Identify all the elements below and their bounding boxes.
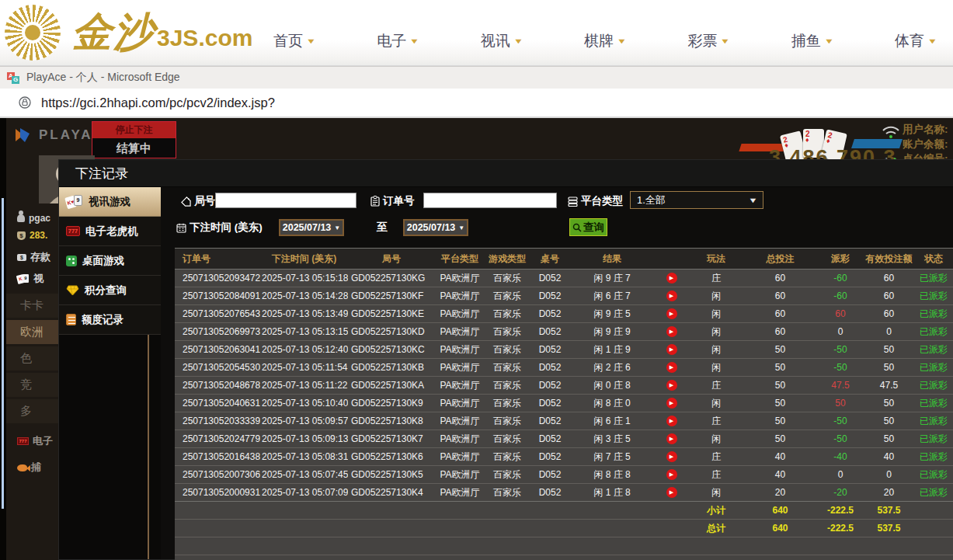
browser-titlebar: AG PlayAce - 个人 - Microsoft Edge — [0, 66, 953, 89]
cell-status: 已派彩 — [914, 323, 953, 341]
cell-replay: ▶ — [654, 448, 689, 466]
stop-betting-label: 停止下注 — [92, 122, 176, 138]
cell-valid: 50 — [864, 412, 914, 430]
nav-item-fishing[interactable]: 捕鱼▼ — [791, 31, 833, 51]
nav-item-sports[interactable]: 体育▼ — [895, 31, 936, 51]
cell-bet: 50 — [743, 341, 817, 359]
cell-result: 闲 2 庄 6 — [570, 359, 654, 377]
cell-round: GD052257130KG — [348, 270, 435, 287]
cell-valid: 20 — [864, 484, 914, 502]
cell-table-no: D052 — [530, 359, 570, 377]
replay-icon[interactable]: ▶ — [666, 362, 677, 373]
deposit-icon: $ — [17, 254, 26, 261]
cell-platform: PA欧洲厅 — [435, 430, 485, 448]
date-from-picker[interactable]: 2025/07/13 ▼ — [279, 219, 344, 236]
site-logo[interactable]: 金沙 3JS.com — [5, 5, 252, 61]
cell-round: GD052257130KD — [348, 323, 435, 341]
cell-time: 2025-07-13 05:13:49 — [260, 305, 348, 323]
total-payout: -222.5 — [817, 520, 864, 537]
cell-table-no: D052 — [530, 412, 570, 430]
cell-platform: PA欧洲厅 — [435, 287, 485, 305]
sidebar-item-table-games[interactable]: 桌面游戏 — [59, 246, 161, 276]
cell-valid: 60 — [864, 305, 914, 323]
platform-type-select[interactable]: 1.全部 ▼ — [630, 191, 763, 209]
cell-bet: 50 — [743, 359, 817, 377]
col-round: 局号 — [348, 249, 435, 270]
cell-table-no: D052 — [530, 484, 570, 502]
table-row: 2507130520333392025-07-13 05:09:57GD0522… — [175, 412, 953, 430]
sidebar-item-live-games[interactable]: K♥9 视讯游戏 — [59, 187, 161, 217]
cell-result: 闲 7 庄 5 — [570, 448, 654, 466]
col-platform: 平台类型 — [435, 249, 485, 270]
cell-time: 2025-07-13 05:07:45 — [260, 466, 348, 484]
nav-item-slots[interactable]: 电子▼ — [377, 31, 418, 51]
cell-status: 已派彩 — [914, 466, 953, 484]
browser-urlbar[interactable]: https://gci.2hhapi.com/pc/pcv2/index.jsp… — [0, 89, 953, 118]
table-row: 2507130520545302025-07-13 05:11:54GD0522… — [175, 359, 953, 377]
replay-icon[interactable]: ▶ — [666, 398, 677, 409]
sidebar-item-points[interactable]: 积分查询 — [59, 276, 161, 305]
sidebar-item-credit-records[interactable]: 额度记录 — [59, 305, 161, 335]
cell-replay: ▶ — [654, 484, 689, 502]
cell-valid: 50 — [864, 430, 914, 448]
subtotal-row: 小计 640 -222.5 537.5 — [175, 502, 953, 520]
nav-item-live[interactable]: 视讯▼ — [481, 31, 522, 51]
cell-table-no: D052 — [530, 305, 570, 323]
cell-bet: 50 — [743, 430, 817, 448]
col-table: 桌号 — [530, 249, 570, 270]
cell-valid: 47.5 — [864, 377, 914, 395]
cell-play: 闲 — [689, 430, 743, 448]
window-edge — [0, 118, 6, 560]
replay-icon[interactable]: ▶ — [666, 308, 677, 319]
table-row: 2507130520486782025-07-13 05:11:22GD0522… — [175, 377, 953, 395]
cell-result: 闲 1 庄 9 — [570, 341, 654, 359]
nav-item-cards[interactable]: 棋牌▼ — [584, 31, 625, 51]
cell-bet: 50 — [743, 412, 817, 430]
cell-table-no: D052 — [530, 287, 570, 305]
search-button[interactable]: 查询 — [569, 218, 607, 236]
cell-round: GD052257130K5 — [348, 466, 435, 484]
nav-item-lottery[interactable]: 彩票▼ — [687, 31, 729, 51]
replay-icon[interactable]: ▶ — [666, 326, 677, 337]
cell-game: 百家乐 — [485, 395, 530, 412]
cell-play: 闲 — [689, 484, 743, 502]
replay-icon[interactable]: ▶ — [666, 290, 677, 301]
cell-result: 闲 9 庄 9 — [570, 323, 654, 341]
cell-order: 250713052069973 — [175, 323, 260, 341]
url-text[interactable]: https://gci.2hhapi.com/pc/pcv2/index.jsp… — [41, 96, 275, 110]
table-row: 2507130520247792025-07-13 05:09:13GD0522… — [175, 430, 953, 448]
cell-play: 闲 — [689, 305, 743, 323]
col-result: 结果 — [570, 249, 654, 270]
order-number-input[interactable] — [423, 193, 557, 208]
round-number-input[interactable] — [215, 193, 357, 208]
table-row: 2507130520765432025-07-13 05:13:49GD0522… — [175, 305, 953, 323]
replay-icon[interactable]: ▶ — [666, 416, 677, 426]
replay-icon[interactable]: ▶ — [666, 344, 677, 355]
replay-icon[interactable]: ▶ — [666, 380, 677, 391]
cell-replay: ▶ — [654, 287, 689, 305]
replay-icon[interactable]: ▶ — [666, 433, 677, 444]
cell-play: 闲 — [689, 287, 743, 305]
cell-order: 250713052048678 — [175, 377, 260, 395]
replay-icon[interactable]: ▶ — [666, 273, 677, 283]
replay-icon[interactable]: ▶ — [666, 487, 677, 498]
bet-time-label: 下注时间 (美东) — [176, 221, 263, 235]
cell-bet: 50 — [743, 377, 817, 395]
playace-favicon-icon: AG — [7, 71, 19, 84]
col-valid: 有效投注额 — [864, 249, 914, 270]
col-order: 订单号 — [175, 249, 260, 270]
cell-table-no: D052 — [530, 323, 570, 341]
replay-icon[interactable]: ▶ — [666, 469, 677, 480]
date-to-picker[interactable]: 2025/07/13 ▼ — [403, 219, 468, 236]
replay-icon[interactable]: ▶ — [666, 451, 677, 462]
cell-replay: ▶ — [654, 270, 689, 287]
chevron-down-icon: ▼ — [720, 37, 730, 45]
cell-payout: 0 — [817, 323, 864, 341]
slots-row: 777 电子 — [6, 433, 58, 450]
sidebar-item-slots[interactable]: 777 电子老虎机 — [59, 217, 161, 246]
cell-play: 闲 — [689, 395, 743, 412]
cell-round: GD052257130K4 — [348, 484, 435, 502]
cell-replay: ▶ — [654, 412, 689, 430]
nav-item-home[interactable]: 首页▼ — [273, 31, 315, 51]
cell-payout: -50 — [817, 430, 864, 448]
